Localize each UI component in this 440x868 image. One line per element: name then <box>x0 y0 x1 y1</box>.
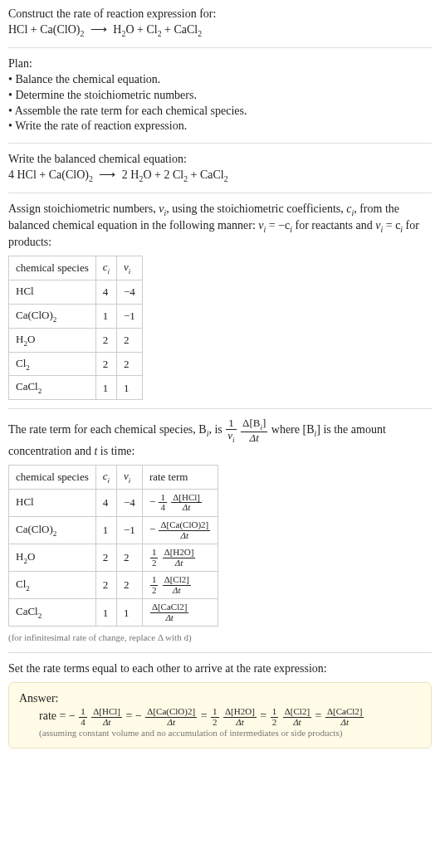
table-row: H2O 2 2 <box>9 328 143 352</box>
species-sub: 2 <box>53 529 57 538</box>
infinitesimal-note: (for infinitesimal rate of change, repla… <box>8 631 432 644</box>
frac-den: Δt <box>241 432 267 444</box>
frac-num: 1 <box>79 707 87 718</box>
coef-fraction: 14 <box>158 493 168 513</box>
delta-fraction: Δ[CaCl2]Δt <box>325 707 365 727</box>
rate-expression: rate = − 14 Δ[HCl]Δt = − Δ[Ca(ClO)2]Δt =… <box>19 707 421 727</box>
frac-num: Δ[CaCl2] <box>150 602 189 613</box>
species-sub: 2 <box>26 584 30 592</box>
text: Assign stoichiometric numbers, <box>8 202 159 215</box>
text: , using the stoichiometric coefficients, <box>166 202 346 215</box>
frac-den: 2 <box>211 718 219 728</box>
cell-ci: 1 <box>95 376 116 400</box>
frac-den: 2 <box>150 558 159 568</box>
eq-sub: 2 <box>198 29 202 38</box>
col-nui: νi <box>117 466 143 490</box>
rate-term-table: chemical species ci νi rate term HCl 4 −… <box>8 465 218 627</box>
divider <box>8 47 432 48</box>
frac-den: Δt <box>223 718 257 728</box>
balanced-equation: 4 HCl + Ca(ClO)2 ⟶ 2 H2O + 2 Cl2 + CaCl2 <box>8 168 432 184</box>
text: where [B <box>271 423 315 436</box>
cell-ci: 1 <box>95 516 116 544</box>
plan-item: • Determine the stoichiometric numbers. <box>8 88 432 104</box>
cell-nui: 2 <box>117 572 143 599</box>
assumption-note: (assuming constant volume and no accumul… <box>19 727 421 739</box>
frac-num: Δ[Cl2] <box>283 707 311 718</box>
cell-ci: 1 <box>95 599 116 627</box>
cell-ci: 4 <box>95 489 116 516</box>
cell-ci: 2 <box>95 352 116 376</box>
col-rate-term: rate term <box>142 466 218 490</box>
coef-fraction: 12 <box>270 707 280 727</box>
cell-ci: 1 <box>95 304 116 328</box>
species-text: Cl <box>16 578 26 590</box>
cell-nui: 2 <box>117 544 143 572</box>
plan-item: • Write the rate of reaction expression. <box>8 119 432 134</box>
cell-rate-term: Δ[CaCl2]Δt <box>142 599 218 627</box>
symbol-nu-sub: i <box>129 476 131 485</box>
species-text: HCl <box>16 285 34 297</box>
arrow-icon: ⟶ <box>95 168 119 181</box>
eq-text: + CaCl <box>188 168 224 181</box>
eq-sub: 2 <box>89 174 93 183</box>
text: = c <box>383 219 400 232</box>
plan-item: • Balance the chemical equation. <box>8 72 432 88</box>
set-equal-heading: Set the rate terms equal to each other t… <box>8 661 432 677</box>
rate-term-definition: The rate term for each chemical species,… <box>8 417 432 460</box>
frac-num: Δ[H2O] <box>223 707 257 718</box>
frac-num: 1 <box>211 707 219 718</box>
frac-den: Δt <box>159 531 210 541</box>
species-sub: 2 <box>38 612 42 620</box>
species-text: Ca(ClO) <box>16 523 53 535</box>
eq-text: O + 2 Cl <box>143 168 183 181</box>
frac-num: Δ[HCl] <box>91 707 122 718</box>
frac-num: 1 <box>150 575 159 586</box>
divider <box>8 143 432 144</box>
delta-fraction: Δ[Ca(ClO)2]Δt <box>144 707 198 727</box>
cell-ci: 2 <box>95 328 116 352</box>
symbol-c-sub: i <box>108 476 110 485</box>
table-row: Cl2 2 2 <box>9 352 143 376</box>
species-text: O <box>27 550 35 563</box>
coef-fraction: 12 <box>149 548 159 568</box>
neg-sign: − <box>135 710 142 722</box>
eq-sub: 2 <box>80 29 84 38</box>
col-species: chemical species <box>9 256 96 280</box>
eq-text: + CaCl <box>162 23 198 36</box>
arrow-icon: ⟶ <box>87 23 110 36</box>
answer-box: Answer: rate = − 14 Δ[HCl]Δt = − Δ[Ca(Cl… <box>8 682 432 749</box>
construct-heading: Construct the rate of reaction expressio… <box>8 7 432 22</box>
cell-species: Ca(ClO)2 <box>9 516 96 544</box>
delta-fraction: Δ[HCl]Δt <box>90 707 123 727</box>
eq-sep: = <box>126 710 135 722</box>
frac-den: Δt <box>163 586 191 596</box>
col-ci: ci <box>95 466 116 490</box>
coef-fraction: 12 <box>149 575 159 595</box>
eq-text: H <box>113 23 121 36</box>
plan-item: • Assemble the rate term for each chemic… <box>8 104 432 119</box>
species-sub: 2 <box>38 387 42 395</box>
col-nui: νi <box>117 256 143 280</box>
table-row: HCl 4 −4 − 14 Δ[HCl]Δt <box>9 489 218 516</box>
symbol-c-sub: i <box>108 267 110 276</box>
text: = −c <box>266 219 290 232</box>
symbol-nu-sub: i <box>129 267 131 276</box>
species-text: Ca(ClO) <box>16 309 53 321</box>
cell-ci: 4 <box>95 280 116 305</box>
cell-nui: 2 <box>117 352 143 376</box>
table-row: Ca(ClO)2 1 −1 <box>9 304 143 328</box>
cell-species: HCl <box>9 280 96 305</box>
cell-species: Cl2 <box>9 352 96 376</box>
col-species: chemical species <box>9 466 96 490</box>
frac-num: 1 <box>150 548 159 558</box>
delta-fraction: Δ[HCl]Δt <box>170 493 203 513</box>
col-ci: ci <box>95 256 116 280</box>
divider <box>8 193 432 193</box>
text: Δ[B <box>242 417 260 429</box>
delta-fraction: Δ[Cl2]Δt <box>162 575 192 595</box>
frac-den: νi <box>226 430 236 444</box>
eq-text: 4 HCl + Ca(ClO) <box>8 168 89 181</box>
unbalanced-equation: HCl + Ca(ClO)2 ⟶ H2O + Cl2 + CaCl2 <box>8 22 432 39</box>
neg-sign: − <box>149 523 155 535</box>
cell-rate-term: 12 Δ[Cl2]Δt <box>142 572 218 599</box>
